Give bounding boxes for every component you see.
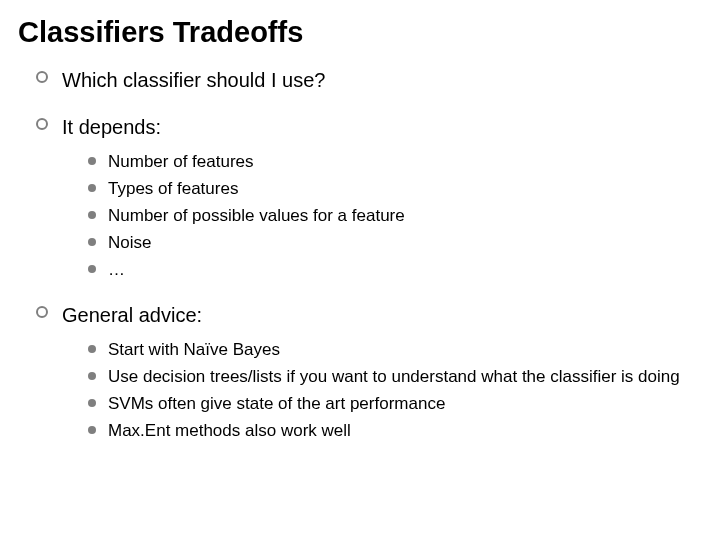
sub-bullet-text: Types of features — [108, 179, 238, 198]
dot-bullet-icon — [88, 426, 96, 434]
dot-bullet-icon — [88, 184, 96, 192]
sub-bullet-item: Max.Ent methods also work well — [88, 420, 700, 443]
dot-bullet-icon — [88, 345, 96, 353]
bullet-text: It depends: — [62, 116, 161, 138]
circle-bullet-icon — [36, 71, 48, 83]
dot-bullet-icon — [88, 238, 96, 246]
sub-bullet-item: … — [88, 259, 700, 282]
sub-bullet-text: … — [108, 260, 125, 279]
dot-bullet-icon — [88, 211, 96, 219]
sub-bullet-text: Number of features — [108, 152, 254, 171]
sub-bullet-item: Number of features — [88, 151, 700, 174]
sub-bullet-text: Noise — [108, 233, 151, 252]
circle-bullet-icon — [36, 118, 48, 130]
sub-bullet-text: SVMs often give state of the art perform… — [108, 394, 445, 413]
sub-bullet-list: Start with Naïve Bayes Use decision tree… — [62, 339, 700, 443]
sub-bullet-item: Use decision trees/lists if you want to … — [88, 366, 700, 389]
dot-bullet-icon — [88, 372, 96, 380]
sub-bullet-item: Number of possible values for a feature — [88, 205, 700, 228]
dot-bullet-icon — [88, 157, 96, 165]
bullet-item: It depends: Number of features Types of … — [36, 114, 700, 282]
dot-bullet-icon — [88, 399, 96, 407]
sub-bullet-item: Start with Naïve Bayes — [88, 339, 700, 362]
slide-title: Classifiers Tradeoffs — [18, 16, 700, 49]
bullet-item: General advice: Start with Naïve Bayes U… — [36, 302, 700, 443]
sub-bullet-item: Noise — [88, 232, 700, 255]
dot-bullet-icon — [88, 265, 96, 273]
sub-bullet-list: Number of features Types of features Num… — [62, 151, 700, 282]
circle-bullet-icon — [36, 306, 48, 318]
bullet-text: Which classifier should I use? — [62, 69, 325, 91]
sub-bullet-text: Max.Ent methods also work well — [108, 421, 351, 440]
sub-bullet-item: Types of features — [88, 178, 700, 201]
sub-bullet-text: Use decision trees/lists if you want to … — [108, 367, 680, 386]
bullet-list: Which classifier should I use? It depend… — [18, 67, 700, 442]
bullet-text: General advice: — [62, 304, 202, 326]
slide: Classifiers Tradeoffs Which classifier s… — [0, 0, 720, 442]
sub-bullet-text: Number of possible values for a feature — [108, 206, 405, 225]
bullet-item: Which classifier should I use? — [36, 67, 700, 94]
sub-bullet-text: Start with Naïve Bayes — [108, 340, 280, 359]
sub-bullet-item: SVMs often give state of the art perform… — [88, 393, 700, 416]
